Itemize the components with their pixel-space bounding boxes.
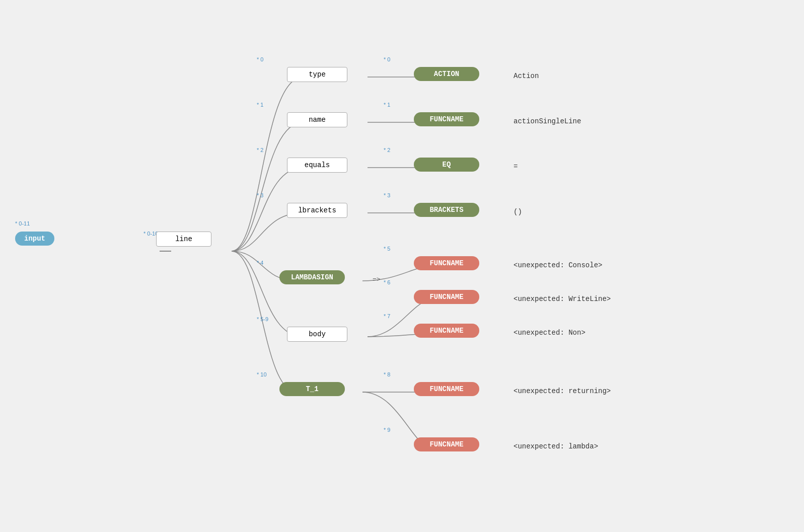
type-rect: type: [287, 67, 347, 82]
lambdasign-arrow: =>: [373, 276, 381, 283]
action-pill: ACTION: [414, 67, 479, 81]
lbrackets-node: lbrackets: [287, 203, 347, 218]
funcname9-value: <unexpected: lambda>: [514, 442, 598, 450]
funcname8-pill: FUNCNAME: [414, 382, 479, 396]
funcname9-index: * 9: [384, 427, 390, 433]
name-rect: name: [287, 112, 347, 127]
brackets-pill: BRACKETS: [414, 203, 479, 217]
t1-pill: T_1: [279, 382, 345, 396]
body-node: body: [287, 327, 347, 342]
connections-svg: [0, 0, 804, 532]
funcname7-node: FUNCNAME: [414, 324, 479, 338]
funcname1-index: * 1: [384, 102, 390, 108]
body-index: * 5-9: [257, 316, 268, 322]
lambdasign-node: LAMBDASIGN: [279, 270, 345, 284]
funcname5-pill: FUNCNAME: [414, 256, 479, 270]
funcname6-index: * 6: [384, 279, 390, 285]
brackets-value: (): [514, 208, 522, 216]
funcname5-value: <unexpected: Console>: [514, 261, 602, 269]
canvas: * 0-11 input * 0-10 line * 0 type * 1 na…: [0, 0, 804, 532]
lbrackets-rect: lbrackets: [287, 203, 347, 218]
funcname5-node: FUNCNAME: [414, 256, 479, 270]
equals-rect: equals: [287, 158, 347, 173]
eq-index: * 2: [384, 147, 390, 153]
line-node: line: [156, 232, 211, 247]
action-value: Action: [514, 72, 539, 80]
input-pill: input: [15, 232, 54, 246]
eq-value: =: [514, 163, 518, 171]
body-rect: body: [287, 327, 347, 342]
funcname7-value: <unexpected: Non>: [514, 329, 586, 337]
equals-index: * 2: [257, 147, 263, 153]
funcname8-value: <unexpected: returning>: [514, 387, 611, 395]
action-index: * 0: [384, 56, 390, 62]
line-rect: line: [156, 232, 211, 247]
input-index-label: * 0-11: [15, 220, 30, 226]
lambdasign-pill: LAMBDASIGN: [279, 270, 345, 284]
eq-node: EQ: [414, 158, 479, 172]
name-node: name: [287, 112, 347, 127]
input-node: * 0-11 input: [15, 232, 54, 246]
type-node: type: [287, 67, 347, 82]
funcname8-index: * 8: [384, 371, 390, 377]
funcname6-value: <unexpected: WriteLine>: [514, 295, 611, 303]
funcname1-value: actionSingleLine: [514, 117, 581, 125]
name-index: * 1: [257, 102, 263, 108]
brackets-index: * 3: [384, 192, 390, 198]
lbrackets-index: * 3: [257, 192, 263, 198]
funcname1-node: FUNCNAME: [414, 112, 479, 126]
t1-index: * 10: [257, 371, 267, 377]
t1-node: T_1: [279, 382, 345, 396]
funcname9-pill: FUNCNAME: [414, 437, 479, 451]
eq-pill: EQ: [414, 158, 479, 172]
funcname5-index: * 5: [384, 246, 390, 252]
action-node: ACTION: [414, 67, 479, 81]
brackets-node: BRACKETS: [414, 203, 479, 217]
funcname6-pill: FUNCNAME: [414, 290, 479, 304]
funcname9-node: FUNCNAME: [414, 437, 479, 451]
funcname7-index: * 7: [384, 313, 390, 319]
funcname8-node: FUNCNAME: [414, 382, 479, 396]
type-index: * 0: [257, 56, 263, 62]
funcname6-node: FUNCNAME: [414, 290, 479, 304]
funcname7-pill: FUNCNAME: [414, 324, 479, 338]
lambdasign-index: * 4: [257, 260, 263, 266]
funcname1-pill: FUNCNAME: [414, 112, 479, 126]
equals-node: equals: [287, 158, 347, 173]
